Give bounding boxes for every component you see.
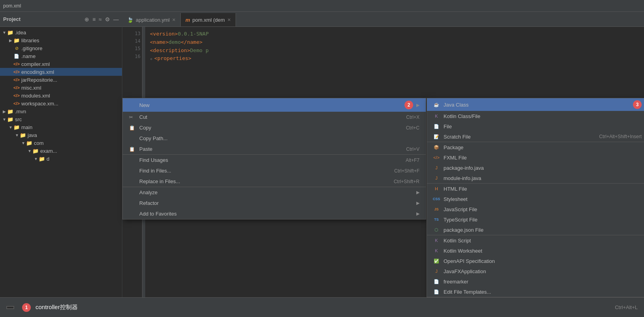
tree-item-misc-xml[interactable]: </> misc.xml — [0, 84, 122, 92]
submenu-label: Kotlin Script — [444, 238, 642, 244]
context-menu-item-refactor[interactable]: Refactor ▶ — [123, 198, 426, 208]
submenu-label: JavaScript File — [444, 206, 642, 212]
xml-icon: </> — [13, 69, 20, 75]
tree-item-modules-xml[interactable]: </> modules.xml — [0, 92, 122, 99]
context-menu-item-cut[interactable]: ✂ Cut Ctrl+X — [123, 112, 426, 122]
context-menu-item-new[interactable]: New 2 ▶ ☕ Java Class 3 K Kotlin Class/Fi… — [123, 98, 426, 112]
menu-label-favorites: Add to Favorites — [139, 211, 413, 217]
bottom-tooltip-bar: 1 controller控制器 Ctrl+Alt+L — [0, 297, 644, 317]
submenu-item-module-info[interactable]: J module-info.java — [427, 173, 644, 184]
menu-label-find-files: Find in Files... — [139, 168, 378, 174]
tab-pom-xml[interactable]: m pom.xml (dem ✕ — [181, 13, 236, 26]
submenu-label: module-info.java — [444, 175, 642, 181]
submenu-item-package-json[interactable]: ⬡ package.json File — [427, 225, 644, 235]
file-icon: 📄 — [13, 53, 20, 59]
submenu-item-package[interactable]: 📦 Package — [427, 142, 644, 152]
line-number: 15 — [124, 45, 140, 53]
sort-icon[interactable]: ≡ — [92, 16, 95, 23]
tree-item-src[interactable]: ▼ 📁 src — [0, 115, 122, 123]
tree-item-java[interactable]: ▼ 📁 java — [0, 131, 122, 139]
submenu-label: package-info.java — [444, 165, 642, 171]
title-bar: pom.xml — [0, 0, 644, 12]
tab-close-icon[interactable]: ✕ — [227, 17, 231, 23]
analyze-arrow: ▶ — [416, 190, 419, 195]
collapse-icon[interactable]: ≈ — [99, 16, 102, 23]
folder-icon: 📁 — [13, 124, 20, 130]
javafx-icon: J — [432, 268, 440, 274]
tree-label: src — [15, 116, 22, 122]
submenu-item-scratch[interactable]: 📝 Scratch File Ctrl+Alt+Shift+Insert — [427, 131, 644, 142]
menu-label-refactor: Refactor — [139, 200, 413, 206]
submenu-item-edit-templates[interactable]: 📄 Edit File Templates... — [427, 287, 644, 297]
submenu-item-stylesheet[interactable]: CSS Stylesheet — [427, 194, 644, 204]
tree-item-jar-repositories[interactable]: </> jarRepositorie... — [0, 76, 122, 84]
java-class-icon: ☕ — [432, 101, 440, 108]
submenu-item-openapi[interactable]: ✅ OpenAPI Specification — [427, 256, 644, 266]
context-menu-item-favorites[interactable]: Add to Favorites ▶ — [123, 208, 426, 219]
submenu-item-javafx[interactable]: J JavaFXApplication — [427, 266, 644, 276]
tree-item-com[interactable]: ▼ 📁 com — [0, 139, 122, 147]
submenu-label: Java Class — [444, 102, 630, 108]
tree-item-idea[interactable]: ▼ 📁 .idea — [0, 28, 122, 36]
sidebar-tree: ▼ 📁 .idea ▶ 📁 libraries ⊘ .gitignore — [0, 27, 122, 317]
tab-close-icon[interactable]: ✕ — [172, 17, 176, 23]
tree-item-exam[interactable]: ▼ 📁 exam... — [0, 147, 122, 155]
submenu-item-file[interactable]: 📄 File — [427, 121, 644, 131]
submenu-item-kotlin-script[interactable]: K Kotlin Script — [427, 235, 644, 246]
tab-application-yml[interactable]: 🍃 application.yml ✕ — [122, 13, 181, 26]
menu-label-new: New — [139, 102, 401, 108]
tree-item-compiler-xml[interactable]: </> compiler.xml — [0, 60, 122, 68]
js-icon: JS — [432, 206, 440, 212]
java-class-badge: 3 — [633, 100, 642, 109]
locate-icon[interactable]: ⊕ — [84, 16, 89, 23]
cut-shortcut: Ctrl+X — [406, 114, 419, 120]
xml-icon: </> — [13, 92, 20, 99]
paste-icon: 📋 — [129, 146, 136, 152]
find-usages-shortcut: Alt+F7 — [406, 158, 419, 163]
submenu-item-kotlin-class[interactable]: K Kotlin Class/File — [427, 111, 644, 121]
minimize-icon[interactable]: — — [113, 16, 119, 23]
tree-item-gitignore[interactable]: ⊘ .gitignore — [0, 44, 122, 52]
tab-icon: m — [185, 17, 190, 23]
freemarker-icon: 📄 — [432, 278, 440, 285]
context-menu-item-copy-path[interactable]: Copy Path... — [123, 133, 426, 144]
tree-label: d — [47, 156, 49, 162]
submenu-item-package-info[interactable]: J package-info.java — [427, 163, 644, 173]
tree-item-name[interactable]: 📄 .name — [0, 52, 122, 60]
submenu-item-freemarker[interactable]: 📄 freemarker — [427, 276, 644, 287]
submenu-item-kotlin-worksheet[interactable]: K Kotlin Worksheet — [427, 246, 644, 256]
json-icon: ⬡ — [432, 227, 440, 233]
xml-icon: </> — [13, 84, 20, 91]
menu-label-find-usages: Find Usages — [139, 157, 390, 163]
submenu-item-fxml[interactable]: </> FXML File — [427, 152, 644, 163]
submenu-item-typescript[interactable]: TS TypeScript File — [427, 214, 644, 225]
tree-label: java — [28, 132, 37, 138]
submenu-item-javascript[interactable]: JS JavaScript File — [427, 204, 644, 214]
tree-item-mvn[interactable]: ▶ 📁 .mvn — [0, 107, 122, 115]
context-menu-item-find-files[interactable]: Find in Files... Ctrl+Shift+F — [123, 165, 426, 176]
kotlin-script-icon: K — [432, 237, 440, 244]
submenu-item-html[interactable]: H HTML File — [427, 184, 644, 194]
folder-icon: 📁 — [13, 37, 20, 43]
context-menu-item-replace-files[interactable]: Replace in Files... Ctrl+Shift+R — [123, 176, 426, 187]
tree-item-libraries[interactable]: ▶ 📁 libraries — [0, 36, 122, 44]
refactor-arrow: ▶ — [416, 201, 419, 206]
context-menu-item-paste[interactable]: 📋 Paste Ctrl+V — [123, 144, 426, 155]
context-menu-item-find-usages[interactable]: Find Usages Alt+F7 — [123, 155, 426, 165]
tree-item-main[interactable]: ▼ 📁 main — [0, 123, 122, 131]
java-icon: J — [432, 165, 440, 171]
new-badge: 2 — [404, 101, 413, 109]
menu-label-copy: Copy — [139, 125, 390, 131]
context-menu-item-copy[interactable]: 📋 Copy Ctrl+C — [123, 122, 426, 133]
context-menu-item-analyze[interactable]: Analyze ▶ — [123, 187, 426, 198]
submenu-label: Package — [444, 144, 642, 150]
submenu-label: Stylesheet — [444, 196, 642, 202]
tree-item-workspace-xml[interactable]: </> workspace.xm... — [0, 99, 122, 107]
settings-icon[interactable]: ⚙ — [105, 16, 110, 23]
openapi-icon: ✅ — [432, 258, 440, 264]
tree-item-encodings-xml[interactable]: </> encodings.xml — [0, 68, 122, 76]
tree-item-d[interactable]: ▼ 📁 d — [0, 155, 122, 163]
submenu-item-java-class[interactable]: ☕ Java Class 3 — [427, 98, 644, 111]
ide-container: pom.xml Project ⊕ ≡ ≈ ⚙ — ▼ 📁 — [0, 0, 644, 317]
tree-label: encodings.xml — [21, 69, 54, 75]
